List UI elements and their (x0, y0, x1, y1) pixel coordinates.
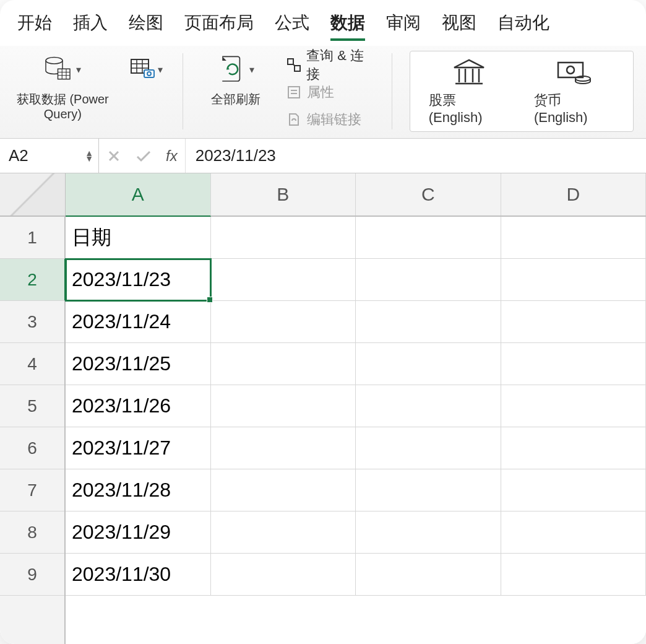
cell-B7[interactable] (211, 469, 356, 511)
cell-C3[interactable] (356, 301, 501, 343)
cell-A4[interactable]: 2023/11/25 (66, 343, 211, 385)
row-header-1[interactable]: 1 (0, 217, 64, 259)
cell-A8[interactable]: 2023/11/29 (66, 511, 211, 554)
row-header-2[interactable]: 2 (0, 259, 66, 301)
row-header-5[interactable]: 5 (0, 385, 64, 427)
excel-window: 开始 插入 绘图 页面布局 公式 数据 审阅 视图 自动化 ▾ (0, 0, 646, 644)
formula-input[interactable]: 2023/11/23 (186, 146, 646, 165)
svg-rect-16 (288, 87, 299, 98)
cell-B5[interactable] (211, 385, 356, 427)
svg-rect-24 (558, 63, 583, 77)
cell-D2[interactable] (501, 259, 647, 301)
cell-C8[interactable] (356, 511, 501, 554)
from-picture-button[interactable]: ▾ (128, 51, 165, 132)
grid-row: 2023/11/23 (66, 259, 646, 301)
cell-B3[interactable] (211, 301, 356, 343)
grid-row: 2023/11/27 (66, 427, 646, 469)
row-header-3[interactable]: 3 (0, 301, 64, 343)
tab-view[interactable]: 视图 (442, 11, 476, 41)
cell-D1[interactable] (501, 217, 647, 259)
refresh-all-label: 全部刷新 (211, 92, 261, 107)
cell-C2[interactable] (356, 259, 501, 301)
tab-draw[interactable]: 绘图 (129, 11, 163, 41)
currency-icon (556, 58, 593, 87)
currencies-data-type-button[interactable]: 货币 (English) (534, 58, 614, 126)
ribbon-toolbar: ▾ 获取数据 (Power Query) ▾ (0, 46, 646, 139)
cell-B4[interactable] (211, 343, 356, 385)
cell-A6[interactable]: 2023/11/27 (66, 427, 211, 469)
row-header-9[interactable]: 9 (0, 554, 64, 596)
grid-row: 日期 (66, 217, 646, 259)
select-all-corner[interactable] (0, 173, 66, 217)
chevron-down-icon: ▾ (76, 64, 81, 76)
row-header-7[interactable]: 7 (0, 469, 64, 511)
column-header-C[interactable]: C (356, 173, 501, 215)
name-box-spinner[interactable]: ▲▼ (85, 150, 93, 161)
chevron-down-icon: ▾ (249, 64, 254, 76)
cell-D9[interactable] (501, 554, 647, 596)
tab-automate[interactable]: 自动化 (497, 11, 549, 41)
cell-C6[interactable] (356, 427, 501, 469)
grid-row: 2023/11/26 (66, 385, 646, 427)
cell-C4[interactable] (356, 343, 501, 385)
row-headers: 123456789 (0, 217, 66, 644)
column-header-A[interactable]: A (66, 173, 211, 217)
grid-row: 2023/11/30 (66, 554, 646, 596)
data-types-group: 股票 (English) 货币 (English) (410, 51, 634, 132)
cell-A7[interactable]: 2023/11/28 (66, 469, 211, 511)
cell-D6[interactable] (501, 427, 647, 469)
cell-C9[interactable] (356, 554, 501, 596)
row-header-6[interactable]: 6 (0, 427, 64, 469)
svg-rect-14 (295, 66, 300, 71)
stocks-data-type-button[interactable]: 股票 (English) (429, 58, 509, 126)
cell-B1[interactable] (211, 217, 356, 259)
row-header-4[interactable]: 4 (0, 343, 64, 385)
svg-rect-11 (144, 70, 154, 77)
cell-C5[interactable] (356, 385, 501, 427)
cell-B9[interactable] (211, 554, 356, 596)
edit-links-button: 编辑链接 (286, 108, 374, 131)
cell-D7[interactable] (501, 469, 647, 511)
cell-B6[interactable] (211, 427, 356, 469)
name-box[interactable]: A2 ▲▼ (0, 139, 99, 173)
fx-label[interactable]: fx (158, 139, 186, 173)
refresh-all-button[interactable]: ▾ 全部刷新 (200, 51, 272, 132)
enter-formula-button[interactable] (129, 139, 158, 173)
svg-point-0 (46, 58, 62, 64)
queries-connections-label: 查询 & 连接 (306, 46, 374, 84)
cell-D5[interactable] (501, 385, 647, 427)
tab-insert[interactable]: 插入 (73, 11, 108, 41)
edit-links-icon (286, 111, 302, 128)
cells-area[interactable]: 日期2023/11/232023/11/242023/11/252023/11/… (66, 217, 646, 644)
cell-A3[interactable]: 2023/11/24 (66, 301, 211, 343)
cell-D8[interactable] (501, 511, 647, 554)
stocks-label: 股票 (English) (429, 91, 509, 126)
row-header-8[interactable]: 8 (0, 511, 64, 554)
tab-formulas[interactable]: 公式 (275, 11, 309, 41)
cell-A2[interactable]: 2023/11/23 (66, 259, 211, 301)
cell-C1[interactable] (356, 217, 501, 259)
svg-line-15 (293, 64, 295, 66)
group-divider (392, 53, 392, 129)
cell-B8[interactable] (211, 511, 356, 554)
column-header-D[interactable]: D (501, 173, 647, 215)
cell-B2[interactable] (211, 259, 356, 301)
cell-D4[interactable] (501, 343, 647, 385)
cell-C7[interactable] (356, 469, 501, 511)
svg-point-25 (567, 66, 574, 74)
cell-A9[interactable]: 2023/11/30 (66, 554, 211, 596)
tab-review[interactable]: 审阅 (386, 11, 421, 41)
tab-page-layout[interactable]: 页面布局 (184, 11, 254, 41)
get-data-button[interactable]: ▾ 获取数据 (Power Query) (12, 51, 113, 132)
cell-D3[interactable] (501, 301, 647, 343)
formula-bar: A2 ▲▼ fx 2023/11/23 (0, 139, 646, 173)
cell-A5[interactable]: 2023/11/26 (66, 385, 211, 427)
tab-data[interactable]: 数据 (330, 11, 365, 41)
from-picture-icon: ▾ (128, 51, 165, 88)
cancel-formula-button[interactable] (99, 139, 129, 173)
cell-A1[interactable]: 日期 (66, 217, 211, 259)
queries-connections-button[interactable]: 查询 & 连接 (286, 53, 374, 77)
worksheet-grid[interactable]: ABCD 123456789 日期2023/11/232023/11/24202… (0, 173, 646, 644)
tab-home[interactable]: 开始 (17, 11, 52, 41)
column-header-B[interactable]: B (211, 173, 356, 215)
